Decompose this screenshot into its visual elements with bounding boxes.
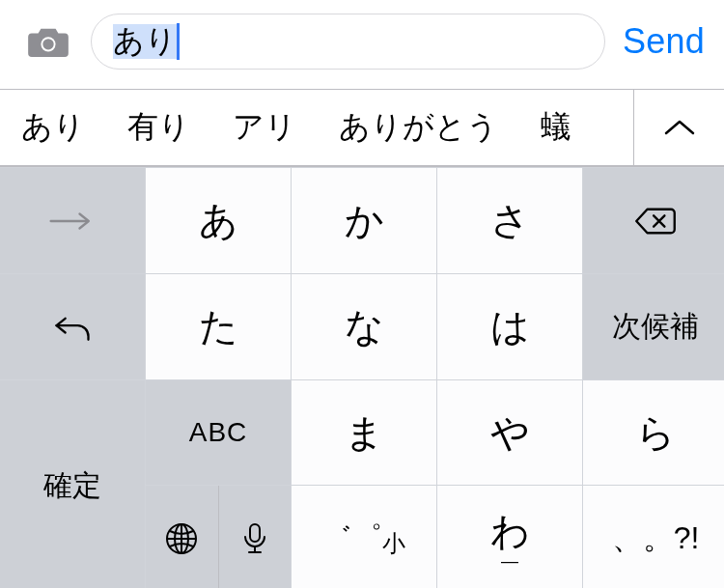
key-ra[interactable]: ら bbox=[583, 380, 724, 485]
key-ya[interactable]: や bbox=[437, 380, 582, 485]
confirm-key[interactable]: 確定 bbox=[0, 380, 145, 588]
undo-icon bbox=[51, 309, 94, 346]
svg-point-1 bbox=[42, 39, 53, 49]
globe-key[interactable] bbox=[146, 486, 218, 588]
key-na[interactable]: な bbox=[292, 274, 436, 379]
indent-key[interactable] bbox=[0, 168, 145, 273]
message-input-text: あり bbox=[113, 24, 177, 58]
abc-key[interactable]: ABC bbox=[146, 380, 291, 485]
send-button[interactable]: Send bbox=[615, 21, 710, 62]
candidate-1[interactable]: 有り bbox=[106, 90, 211, 165]
key-wa[interactable]: わ — bbox=[437, 486, 582, 588]
camera-button[interactable] bbox=[14, 14, 83, 70]
next-candidate-key[interactable]: 次候補 bbox=[583, 274, 724, 379]
candidate-2[interactable]: アリ bbox=[211, 90, 318, 165]
svg-rect-5 bbox=[250, 524, 260, 542]
expand-candidates-button[interactable] bbox=[633, 90, 724, 165]
arrow-right-icon bbox=[45, 210, 99, 233]
compose-bar: あり Send bbox=[0, 0, 724, 89]
key-ta[interactable]: た bbox=[146, 274, 291, 379]
backspace-key[interactable] bbox=[583, 168, 724, 273]
candidate-bar: あり 有り アリ ありがとう 蟻 bbox=[0, 89, 724, 166]
candidate-4[interactable]: 蟻 bbox=[519, 90, 593, 165]
undo-key[interactable] bbox=[0, 274, 145, 379]
key-sa[interactable]: さ bbox=[437, 168, 582, 273]
underscore-hint: — bbox=[501, 552, 518, 570]
candidate-3[interactable]: ありがとう bbox=[318, 90, 519, 165]
backspace-icon bbox=[632, 206, 679, 237]
dictation-key[interactable] bbox=[218, 486, 292, 588]
dakuten-marks: ゛゜ bbox=[322, 518, 382, 558]
message-input[interactable]: あり bbox=[91, 14, 605, 70]
microphone-icon bbox=[236, 519, 274, 558]
key-dakuten[interactable]: ゛゜ 小 bbox=[292, 486, 436, 588]
globe-icon bbox=[162, 519, 201, 558]
key-a[interactable]: あ bbox=[146, 168, 291, 273]
small-kana-label: 小 bbox=[382, 528, 405, 559]
key-ka[interactable]: か bbox=[292, 168, 436, 273]
key-ha[interactable]: は bbox=[437, 274, 582, 379]
key-punct[interactable]: 、。?! bbox=[583, 486, 724, 588]
text-caret bbox=[177, 23, 180, 60]
keyboard: あ か さ た な は 次候補 ABC ま や ら 確定 bbox=[0, 166, 724, 588]
key-wa-label: わ bbox=[490, 512, 530, 550]
camera-icon bbox=[26, 24, 70, 59]
candidate-0[interactable]: あり bbox=[0, 90, 106, 165]
bottom-left-group bbox=[146, 486, 291, 588]
key-ma[interactable]: ま bbox=[292, 380, 436, 485]
chevron-up-icon bbox=[663, 118, 696, 137]
